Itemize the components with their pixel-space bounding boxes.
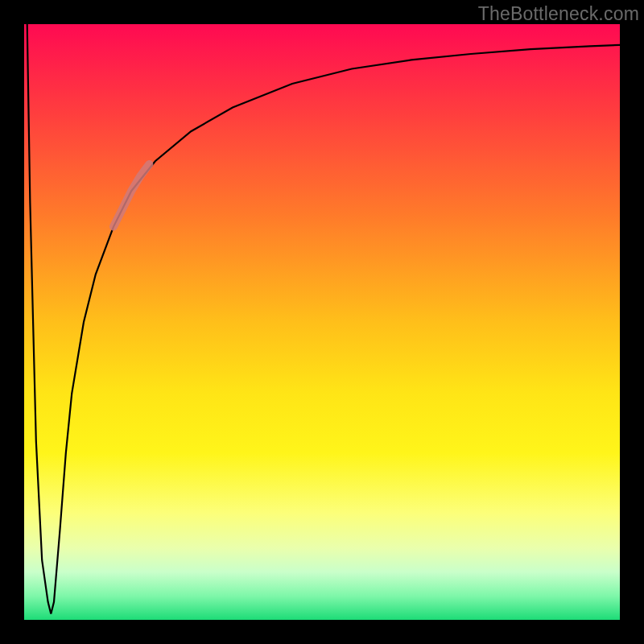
curve-main [27, 24, 620, 614]
chart-frame: TheBottleneck.com [0, 0, 644, 644]
bottleneck-curve [24, 24, 620, 620]
plot-area [24, 24, 620, 620]
curve-highlight [114, 164, 149, 227]
watermark-label: TheBottleneck.com [478, 3, 639, 25]
